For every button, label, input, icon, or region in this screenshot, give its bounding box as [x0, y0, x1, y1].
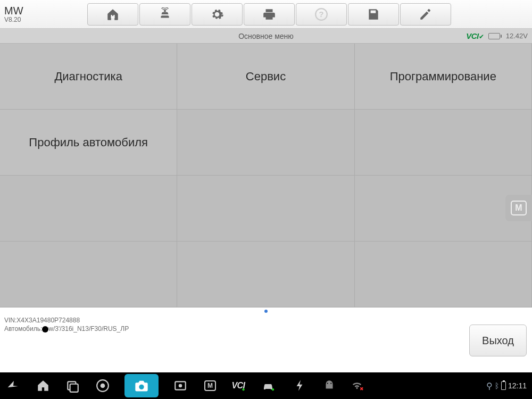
svg-rect-5 — [70, 384, 78, 392]
menu-cell-empty — [355, 110, 532, 176]
android-icon — [322, 379, 336, 393]
floppy-icon — [367, 7, 380, 21]
home-icon — [36, 379, 50, 393]
brightness-button[interactable] — [172, 378, 188, 394]
brand-version: V8.20 — [4, 16, 87, 23]
vci-nav-button[interactable]: VCI● — [232, 378, 248, 394]
menu-item-diagnostics[interactable]: Диагностика — [0, 44, 177, 110]
vehicle-nav-button[interactable]: ● — [262, 378, 278, 394]
wifi-nav-button[interactable]: ✖ — [351, 378, 367, 394]
floating-m-button[interactable]: M — [505, 195, 532, 221]
menu-item-programming[interactable]: Программирование — [355, 44, 532, 110]
menu-cell-empty — [0, 242, 177, 307]
svg-point-7 — [101, 384, 105, 388]
bluetooth-connected-icon: ᛒ — [495, 381, 499, 390]
maxisys-home-button[interactable]: M — [202, 378, 218, 394]
android-nav-bar: M VCI● ● ✖ ⚲ ᛒ 12:11 — [0, 372, 532, 399]
m-icon: M — [511, 201, 527, 215]
pencil-icon — [419, 7, 433, 21]
m-box-icon: M — [204, 380, 216, 391]
camera-button[interactable] — [124, 374, 159, 397]
back-arrow-icon — [6, 379, 20, 393]
back-button[interactable] — [5, 378, 21, 394]
page-title: Основное меню — [238, 32, 294, 40]
vci-indicator: VCI✔ — [466, 31, 484, 40]
svg-text:?: ? — [319, 10, 323, 19]
recent-icon — [66, 379, 80, 393]
svg-point-1 — [164, 10, 166, 12]
svg-point-10 — [327, 383, 328, 384]
menu-cell-empty — [355, 242, 532, 307]
home-m-icon: M — [106, 7, 120, 21]
print-button[interactable] — [244, 3, 295, 26]
camera-icon — [134, 378, 149, 393]
svg-point-9 — [179, 384, 182, 388]
brand-block: MW V8.20 — [2, 5, 87, 23]
menu-cell-empty — [177, 176, 354, 242]
page-dot-active — [264, 310, 268, 313]
vehicle-scan-icon — [158, 7, 172, 21]
android-nav-button[interactable] — [321, 378, 337, 394]
battery-tray-icon — [501, 381, 506, 390]
chrome-button[interactable] — [95, 378, 111, 394]
nav-home-button[interactable] — [35, 378, 51, 394]
brightness-icon — [173, 379, 187, 393]
top-toolbar: MW V8.20 M ? — [0, 0, 532, 29]
footer-info: VIN:X4X3A19480P724888 Автомобиль:w/3'/31… — [0, 315, 532, 372]
settings-button[interactable] — [192, 3, 243, 26]
main-menu-grid: Диагностика Сервис Программирование Проф… — [0, 44, 532, 307]
battery-icon — [488, 33, 502, 39]
menu-item-service[interactable]: Сервис — [177, 44, 354, 110]
recent-apps-button[interactable] — [65, 378, 81, 394]
svg-point-11 — [330, 383, 331, 384]
help-button[interactable]: ? — [296, 3, 347, 26]
save-button[interactable] — [348, 3, 399, 26]
svg-text:M: M — [111, 13, 115, 19]
status-bar: Основное меню VCI✔ 12.42V — [0, 29, 532, 44]
help-icon: ? — [314, 7, 328, 21]
bolt-icon — [293, 379, 306, 393]
menu-item-vehicle-profile[interactable]: Профиль автомобиля — [0, 110, 177, 176]
vehicle-scan-button[interactable] — [139, 3, 190, 26]
printer-icon — [262, 7, 276, 21]
chrome-icon — [96, 379, 110, 393]
menu-cell-empty — [0, 176, 177, 242]
system-tray: ⚲ ᛒ 12:11 — [486, 381, 527, 391]
vin-row: VIN:X4X3A19480P724888 — [4, 316, 528, 325]
redacted-dot-icon — [42, 326, 48, 332]
voltage-readout: 12.42V — [506, 32, 528, 40]
bluetooth-icon: ⚲ — [486, 381, 493, 391]
brand-title: MW — [4, 5, 87, 16]
home-button[interactable]: M — [87, 3, 138, 26]
menu-cell-empty — [177, 110, 354, 176]
menu-cell-empty — [177, 242, 354, 307]
gear-icon — [210, 7, 224, 21]
power-nav-button[interactable] — [292, 378, 307, 394]
page-indicator — [0, 307, 532, 315]
exit-button[interactable]: Выход — [469, 325, 527, 356]
clock: 12:11 — [508, 381, 527, 390]
toolbar-buttons: M ? — [87, 3, 451, 26]
edit-button[interactable] — [400, 3, 451, 26]
vehicle-row: Автомобиль:w/3'/316i_N13/F30/RUS_ЛР — [4, 325, 528, 333]
